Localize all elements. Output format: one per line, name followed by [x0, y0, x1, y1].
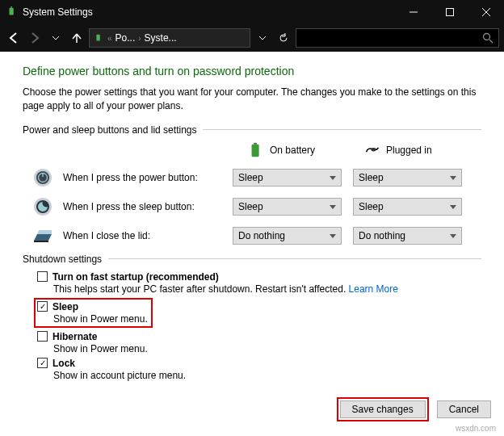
page-description: Choose the power settings that you want … [23, 86, 481, 113]
svg-rect-10 [252, 144, 259, 156]
svg-line-8 [489, 40, 493, 43]
column-headers: On battery Plugged in [249, 142, 481, 158]
address-bar[interactable]: « Po... › Syste... [89, 28, 250, 48]
shutdown-section-label: Shutdown settings [23, 254, 481, 265]
recent-dropdown[interactable] [47, 29, 65, 47]
location-icon [93, 32, 104, 44]
forward-button[interactable] [26, 29, 44, 47]
svg-point-7 [484, 34, 490, 40]
sleep-highlight: Sleep Show in Power menu. [34, 298, 153, 328]
sleep-checkbox[interactable] [37, 301, 48, 312]
svg-rect-6 [96, 35, 99, 41]
lid-battery-select[interactable]: Do nothing [233, 227, 342, 245]
svg-point-11 [372, 148, 376, 152]
page-heading: Define power buttons and turn on passwor… [23, 65, 481, 78]
sleep-button-plugged-select[interactable]: Sleep [353, 198, 462, 216]
sleep-sub: Show in Power menu. [53, 313, 148, 325]
svg-rect-9 [254, 143, 257, 145]
cancel-button[interactable]: Cancel [437, 400, 491, 418]
window-title: System Settings [23, 6, 395, 18]
learn-more-link[interactable]: Learn More [349, 283, 398, 295]
hibernate-label: Hibernate [52, 331, 97, 342]
svg-rect-3 [446, 9, 453, 16]
lid-icon [32, 225, 53, 246]
sleep-button-row: When I press the sleep button: Sleep Sle… [23, 195, 481, 218]
minimize-button[interactable] [395, 0, 431, 24]
maximize-button[interactable] [431, 0, 468, 24]
plug-icon [365, 142, 380, 158]
breadcrumb-seg1: Po... [116, 32, 136, 44]
hibernate-row: Hibernate Show in Power menu. [37, 331, 481, 354]
col-battery: On battery [249, 142, 365, 158]
lock-label: Lock [52, 358, 75, 369]
hibernate-checkbox[interactable] [37, 331, 48, 342]
svg-rect-0 [10, 8, 14, 15]
lock-row: Lock Show in account picture menu. [37, 358, 481, 381]
fast-startup-sub: This helps start your PC faster after sh… [53, 283, 481, 295]
power-button-icon [32, 167, 53, 188]
up-button[interactable] [68, 29, 86, 47]
chevron-icon: « [107, 34, 112, 43]
col-plugged: Plugged in [365, 142, 481, 158]
fast-startup-label: Turn on fast startup (recommended) [52, 271, 219, 283]
lock-checkbox[interactable] [37, 358, 48, 368]
sleep-label: Sleep [52, 301, 78, 312]
fast-startup-row: Turn on fast startup (recommended) This … [37, 271, 481, 295]
power-button-battery-select[interactable]: Sleep [233, 169, 342, 187]
back-button[interactable] [5, 29, 23, 47]
app-icon [6, 6, 18, 18]
chevron-icon: › [138, 34, 141, 43]
battery-icon [249, 142, 263, 158]
window-controls [395, 0, 504, 24]
search-icon [482, 32, 494, 44]
breadcrumb-seg2: Syste... [145, 32, 177, 44]
footer: Save changes Cancel [337, 397, 491, 421]
hibernate-sub: Show in Power menu. [53, 343, 481, 354]
lid-close-row: When I close the lid: Do nothing Do noth… [23, 224, 481, 247]
titlebar: System Settings [0, 0, 504, 24]
sleep-button-icon [32, 196, 53, 217]
lid-close-label: When I close the lid: [63, 230, 233, 241]
navbar: « Po... › Syste... [0, 24, 504, 52]
save-highlight: Save changes [337, 397, 429, 421]
history-dropdown[interactable] [254, 29, 271, 47]
search-box[interactable] [296, 28, 499, 48]
power-button-label: When I press the power button: [63, 172, 233, 183]
lid-plugged-select[interactable]: Do nothing [353, 227, 462, 245]
refresh-button[interactable] [275, 29, 292, 47]
content: Define power buttons and turn on passwor… [0, 52, 504, 392]
sleep-button-battery-select[interactable]: Sleep [233, 198, 342, 216]
close-button[interactable] [468, 0, 504, 24]
power-button-plugged-select[interactable]: Sleep [353, 169, 462, 187]
sleep-button-label: When I press the sleep button: [63, 201, 233, 212]
svg-rect-1 [10, 6, 12, 8]
buttons-section-label: Power and sleep buttons and lid settings [23, 124, 481, 136]
watermark: wsxdn.com [456, 424, 496, 433]
lock-sub: Show in account picture menu. [53, 370, 481, 381]
save-button[interactable]: Save changes [340, 400, 426, 418]
power-button-row: When I press the power button: Sleep Sle… [23, 166, 481, 189]
fast-startup-checkbox[interactable] [37, 271, 48, 282]
